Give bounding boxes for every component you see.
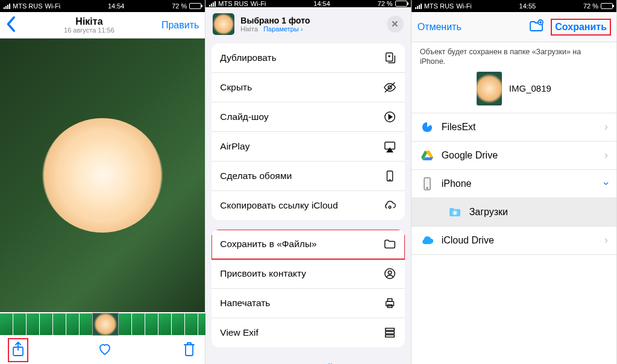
duplicate-icon <box>383 51 396 64</box>
action-view-exif[interactable]: View Exif <box>211 318 404 347</box>
battery-pct: 72 % <box>378 0 393 7</box>
action-label: Скрыть <box>220 82 383 93</box>
chevron-left-icon <box>6 16 17 33</box>
share-icon <box>11 341 25 357</box>
svg-rect-18 <box>385 335 394 337</box>
action-wallpaper[interactable]: Сделать обоями <box>211 162 404 191</box>
battery-pct: 72 % <box>583 2 598 10</box>
signal-icon <box>415 4 422 9</box>
share-button[interactable] <box>8 339 28 362</box>
person-circle-icon <box>383 267 396 280</box>
share-owner: Нікіта <box>240 25 258 33</box>
action-print[interactable]: Напечатать <box>211 289 404 318</box>
status-bar: MTS RUS Wi-Fi 14:55 72 % <box>412 0 616 12</box>
share-params-link[interactable]: Параметры › <box>263 25 302 33</box>
close-button[interactable]: ✕ <box>387 16 404 33</box>
exif-icon <box>383 326 396 339</box>
share-header: Выбрано 1 фото Нікіта Параметры › ✕ <box>205 7 410 41</box>
action-label: Скопировать ссылку iCloud <box>220 200 383 211</box>
play-circle-icon <box>383 110 396 124</box>
share-thumbnail <box>213 13 234 35</box>
action-duplicate[interactable]: Дублировать <box>211 43 404 73</box>
chevron-right-icon: › <box>604 149 608 162</box>
wifi-label: Wi-Fi <box>456 2 472 10</box>
action-label: AirPlay <box>220 141 383 152</box>
nav-bar: Нікіта 16 августа 11:56 Править <box>0 12 205 39</box>
back-button[interactable] <box>6 16 17 35</box>
status-time: 14:54 <box>108 2 125 10</box>
title-text: Нікіта <box>64 16 114 27</box>
svg-point-24 <box>427 187 428 189</box>
nav-title: Нікіта 16 августа 11:56 <box>64 16 114 34</box>
location-filesext[interactable]: FilesExt › <box>412 113 616 141</box>
action-label: Присвоить контакту <box>220 268 383 279</box>
thumbnail-strip[interactable] <box>0 312 205 336</box>
location-downloads[interactable]: Загрузки <box>412 198 616 226</box>
battery-icon <box>601 3 613 9</box>
svg-point-12 <box>388 271 392 274</box>
svg-rect-14 <box>387 299 392 302</box>
bottom-toolbar <box>0 336 205 364</box>
thumbnail-selected[interactable] <box>93 313 118 335</box>
airplay-icon <box>383 140 396 153</box>
svg-rect-13 <box>386 301 393 306</box>
photo-content <box>42 118 163 233</box>
svg-point-10 <box>389 206 391 209</box>
save-message: Объект будет сохранен в папке «Загрузки»… <box>412 42 616 69</box>
action-label: Сохранить в «Файлы» <box>220 239 383 249</box>
favorite-button[interactable] <box>98 341 112 359</box>
iphone-icon <box>420 177 434 191</box>
action-save-to-files[interactable]: Сохранить в «Файлы» <box>211 230 404 259</box>
location-label: Google Drive <box>442 150 597 161</box>
action-label: Слайд-шоу <box>220 111 383 122</box>
action-airplay[interactable]: AirPlay <box>211 132 404 162</box>
status-time: 14:54 <box>313 0 330 7</box>
action-label: View Exif <box>220 327 383 338</box>
carrier-label: MTS RUS <box>218 0 248 7</box>
downloads-folder-icon <box>448 205 462 219</box>
action-label: Сделать обоями <box>220 171 383 181</box>
carrier-label: MTS RUS <box>13 2 43 10</box>
close-icon: ✕ <box>391 19 399 30</box>
action-assign-contact[interactable]: Присвоить контакту <box>211 259 404 289</box>
gdrive-icon <box>420 148 434 163</box>
folder-plus-icon <box>528 19 544 33</box>
edit-button[interactable]: Править <box>161 20 199 31</box>
cancel-button[interactable]: Отменить <box>418 22 462 33</box>
location-label: Загрузки <box>469 207 608 218</box>
svg-marker-5 <box>389 115 392 119</box>
status-bar: MTS RUS Wi-Fi 14:54 72 % <box>0 0 205 12</box>
signal-icon <box>209 1 216 7</box>
status-bar: MTS RUS Wi-Fi 14:54 72 % <box>205 0 410 7</box>
phone-3-save-location: MTS RUS Wi-Fi 14:55 72 % Отменить Сохран… <box>412 0 617 364</box>
trash-icon <box>182 341 196 357</box>
location-icloud[interactable]: iCloud Drive › <box>412 226 616 255</box>
edit-actions-link[interactable]: Редактировать действия… <box>205 354 410 364</box>
subtitle-text: 16 августа 11:56 <box>64 27 114 34</box>
action-copy-icloud-link[interactable]: Скопировать ссылку iCloud <box>211 191 404 220</box>
printer-icon <box>383 297 396 310</box>
action-group-1: Дублировать Скрыть Слайд-шоу AirPlay Сде… <box>211 43 404 220</box>
carrier-label: MTS RUS <box>424 2 454 10</box>
action-slideshow[interactable]: Слайд-шоу <box>211 102 404 132</box>
svg-rect-17 <box>385 331 394 334</box>
chevron-down-icon: › <box>600 182 612 186</box>
new-folder-button[interactable] <box>528 19 544 35</box>
delete-button[interactable] <box>182 341 196 359</box>
file-name[interactable]: IMG_0819 <box>509 83 551 93</box>
location-label: FilesExt <box>442 122 597 133</box>
phone-icon <box>383 169 396 183</box>
save-button[interactable]: Сохранить <box>551 19 610 35</box>
folder-icon <box>383 237 396 251</box>
photo-viewer[interactable] <box>0 39 205 312</box>
action-label: Дублировать <box>220 52 383 63</box>
heart-icon <box>98 341 112 357</box>
action-hide[interactable]: Скрыть <box>211 73 404 102</box>
phone-2-share-sheet: MTS RUS Wi-Fi 14:54 72 % Выбрано 1 фото … <box>205 0 411 364</box>
location-gdrive[interactable]: Google Drive › <box>412 141 616 169</box>
app-icon <box>420 120 434 134</box>
location-iphone[interactable]: iPhone › <box>412 169 616 198</box>
eye-slash-icon <box>383 81 396 94</box>
location-list: FilesExt › Google Drive › iPhone › Загру… <box>412 113 616 255</box>
battery-pct: 72 % <box>172 2 187 10</box>
